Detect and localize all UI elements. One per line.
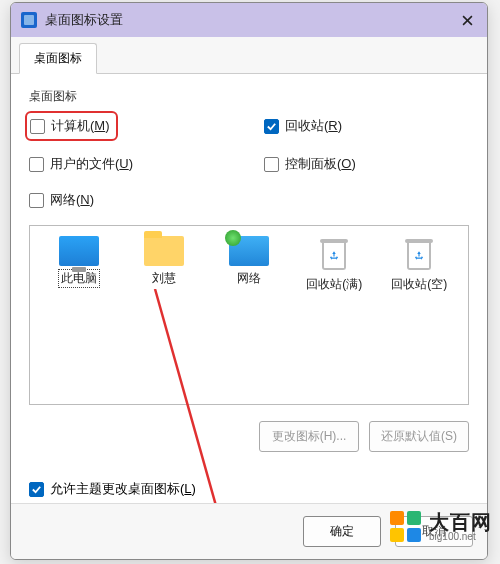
checkbox-recyclebin[interactable]: 回收站(R) <box>264 115 469 137</box>
watermark-text: 大百网 <box>429 512 492 532</box>
group-title: 桌面图标 <box>29 88 469 105</box>
app-icon <box>21 12 37 28</box>
checkbox-label: 用户的文件(U) <box>50 155 133 173</box>
ok-button[interactable]: 确定 <box>303 516 381 547</box>
checkbox-label: 允许主题更改桌面图标(L) <box>50 480 196 498</box>
monitor-icon <box>59 236 99 266</box>
window-title: 桌面图标设置 <box>45 11 123 29</box>
preview-icon-thispc[interactable]: 此电脑 <box>44 236 114 293</box>
restore-default-button[interactable]: 还原默认值(S) <box>369 421 469 452</box>
close-icon <box>462 15 473 26</box>
tabstrip: 桌面图标 <box>11 37 487 74</box>
checkbox-icon <box>29 193 44 208</box>
checkbox-computer[interactable]: 计算机(M) <box>29 115 114 137</box>
icon-action-buttons: 更改图标(H)... 还原默认值(S) <box>29 421 469 452</box>
recyclebin-full-icon <box>318 236 350 272</box>
checkbox-allow-themes[interactable]: 允许主题更改桌面图标(L) <box>29 480 469 498</box>
checkbox-grid: 计算机(M) 回收站(R) 用户的文件(U) 控制面板(O) 网络(N) <box>29 115 469 209</box>
watermark-subtext: big100.net <box>429 532 492 542</box>
icon-preview-pane: 此电脑 刘慧 网络 回收站(满) <box>29 225 469 405</box>
network-icon <box>229 236 269 266</box>
checkbox-userfiles[interactable]: 用户的文件(U) <box>29 155 234 173</box>
checkbox-icon <box>264 157 279 172</box>
watermark: 大百网 big100.net <box>390 511 492 542</box>
checkbox-label: 计算机(M) <box>51 117 110 135</box>
preview-icon-recyclebin-empty[interactable]: 回收站(空) <box>384 236 454 293</box>
checkbox-icon <box>29 482 44 497</box>
change-icon-button[interactable]: 更改图标(H)... <box>259 421 359 452</box>
desktop-icon-settings-dialog: 桌面图标设置 桌面图标 桌面图标 计算机(M) 回收站(R) 用户的文件(U) <box>10 2 488 560</box>
checkbox-label: 控制面板(O) <box>285 155 356 173</box>
recyclebin-empty-icon <box>403 236 435 272</box>
tab-desktop-icons[interactable]: 桌面图标 <box>19 43 97 74</box>
checkbox-icon <box>29 157 44 172</box>
checkbox-network[interactable]: 网络(N) <box>29 191 234 209</box>
titlebar: 桌面图标设置 <box>11 3 487 37</box>
close-button[interactable] <box>453 9 481 31</box>
folder-icon <box>144 236 184 266</box>
checkbox-controlpanel[interactable]: 控制面板(O) <box>264 155 469 173</box>
watermark-logo <box>390 511 421 542</box>
checkbox-icon <box>264 119 279 134</box>
preview-icon-network[interactable]: 网络 <box>214 236 284 293</box>
checkbox-label: 网络(N) <box>50 191 94 209</box>
checkbox-icon <box>30 119 45 134</box>
icon-row: 此电脑 刘慧 网络 回收站(满) <box>36 236 462 293</box>
checkbox-label: 回收站(R) <box>285 117 342 135</box>
preview-icon-recyclebin-full[interactable]: 回收站(满) <box>299 236 369 293</box>
content-area: 桌面图标 计算机(M) 回收站(R) 用户的文件(U) 控制面板(O) 网络(N… <box>11 74 487 503</box>
preview-icon-userfolder[interactable]: 刘慧 <box>129 236 199 293</box>
